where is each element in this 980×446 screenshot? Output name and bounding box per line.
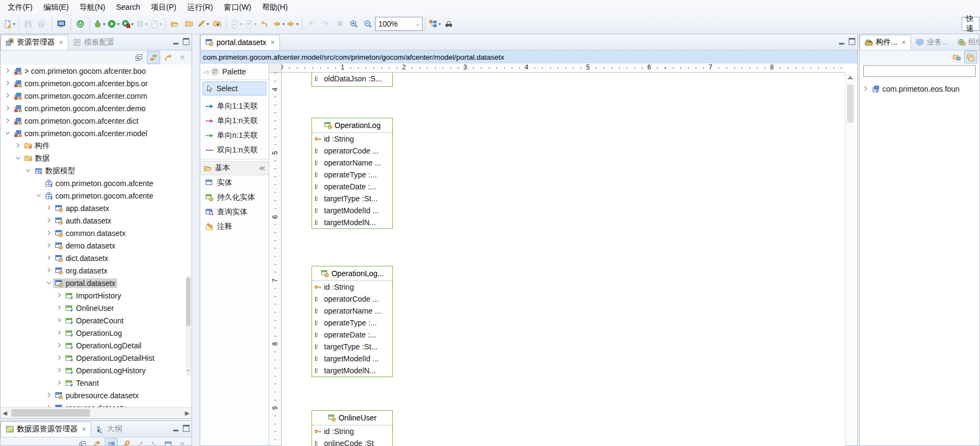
tree-item[interactable]: demo.datasetx	[1, 239, 192, 252]
chevron-down-icon[interactable]	[24, 167, 33, 175]
tree-item[interactable]: auth.datasetx	[1, 214, 192, 227]
menu-project[interactable]: 项目(P)	[145, 0, 182, 14]
palette-tool-entity[interactable]: 实体	[200, 175, 269, 190]
entity-field[interactable]: oldDataJson :S...	[312, 73, 392, 85]
chevron-right-icon[interactable]	[55, 316, 63, 324]
entity-field[interactable]: id :String	[312, 281, 392, 293]
scroll-up-icon[interactable]	[848, 76, 853, 79]
menu-edit[interactable]: 编辑(E)	[38, 0, 74, 14]
chevron-right-icon[interactable]	[45, 254, 53, 262]
palette-tool-note[interactable]: 注释	[200, 219, 269, 234]
tree-item[interactable]: ?数据	[1, 152, 192, 164]
palette-tool-relation[interactable]: 单向1:n关联	[200, 113, 269, 128]
collapse-all-button[interactable]	[77, 438, 88, 446]
search-binoculars-button[interactable]	[442, 17, 456, 31]
quick-access-button[interactable]: 快速	[962, 17, 980, 31]
entity-box[interactable]: oldDataJson :S...newDataJson :S...	[311, 73, 393, 87]
tab-resource-explorer[interactable]: 资源管理器 ✕	[1, 35, 68, 50]
view-menu-button[interactable]: ▽	[176, 438, 188, 446]
debug-button[interactable]: ▾	[92, 17, 106, 31]
collapse-palette-icon[interactable]: ◁	[203, 68, 208, 75]
chevron-right-icon[interactable]	[14, 142, 22, 150]
group-view-button[interactable]	[964, 50, 977, 63]
explorer-horizontal-scrollbar[interactable]: ◀ ▶	[1, 407, 192, 418]
chevron-right-icon[interactable]	[4, 67, 12, 75]
editor-vertical-scrollbar[interactable]	[845, 73, 855, 445]
zoom-out-button[interactable]	[361, 17, 375, 31]
run-button[interactable]: ▾	[106, 17, 120, 31]
breadcrumb[interactable]: com.primeton.gocom.afcenter.model/src/co…	[200, 50, 857, 64]
entity-field[interactable]: targetModelId ...	[312, 353, 392, 365]
view-menu-button[interactable]: ▽	[176, 52, 188, 63]
tree-vertical-scrollbar[interactable]	[186, 275, 191, 377]
pin-palette-icon[interactable]: ≪	[258, 164, 265, 172]
tab-template-config[interactable]: 模板配置	[68, 35, 119, 50]
tree-item[interactable]: ?com.primeton.eos.foun	[860, 82, 979, 95]
stop-button[interactable]: ▾	[135, 17, 149, 31]
scroll-right-icon[interactable]: ▶	[183, 409, 192, 417]
chevron-right-icon[interactable]	[4, 104, 12, 112]
entity-field[interactable]: operateType :...	[312, 317, 392, 329]
tree-item[interactable]: pubresource.datasetx	[1, 389, 192, 402]
save-all-button[interactable]	[35, 17, 49, 31]
save-button[interactable]	[21, 17, 35, 31]
tree-item[interactable]: com.primeton.gocom.afcenter.comm	[1, 90, 192, 102]
entity-field[interactable]: operateDate :...	[312, 329, 392, 341]
tree-item[interactable]: ?OperationLog	[1, 327, 192, 339]
entity-box[interactable]: OperationLogid :StringoperatorCode ...op…	[311, 118, 393, 229]
entity-box[interactable]: OperationLog...id :StringoperatorCode ..…	[311, 266, 393, 377]
maximize-icon[interactable]	[849, 38, 855, 45]
chevron-right-icon[interactable]	[55, 354, 63, 362]
tree-item[interactable]: ?OperateCount	[1, 314, 192, 327]
chevron-right-icon[interactable]	[45, 241, 53, 250]
chevron-right-icon[interactable]	[45, 204, 53, 212]
entity-field[interactable]: targetType :St...	[312, 193, 392, 205]
close-icon[interactable]: ✕	[81, 426, 86, 433]
palette-header[interactable]: ◁ Palette	[200, 64, 269, 80]
entity-field[interactable]: newDataJson :S...	[312, 85, 392, 87]
tree-item[interactable]: ?OperationLogDetailHist	[1, 352, 192, 364]
tree-item[interactable]: ?OperationLogHistory	[1, 364, 192, 377]
back-button[interactable]: ▾	[271, 17, 285, 31]
tab-business[interactable]: 业务...	[911, 35, 953, 50]
filter-button[interactable]	[120, 438, 132, 446]
close-icon[interactable]: ✕	[59, 39, 63, 46]
entity-field[interactable]: operatorName ...	[312, 157, 392, 169]
folder-go-button[interactable]	[210, 17, 224, 31]
tree-item[interactable]: ?构件	[1, 139, 192, 152]
back-curve-button[interactable]	[257, 17, 271, 31]
tree-item[interactable]: com.primeton.gocom.afcenter.model	[1, 127, 192, 139]
tree-item[interactable]: ?ImportHistory	[1, 289, 192, 302]
tree-item[interactable]: ?数据模型	[1, 164, 192, 177]
chevron-right-icon[interactable]	[55, 304, 63, 312]
delete-button[interactable]: ✖	[333, 17, 347, 31]
maximize-icon[interactable]	[183, 38, 189, 45]
entity-field[interactable]: targetModelN...	[312, 365, 392, 377]
undo-button[interactable]: ↶	[304, 17, 319, 31]
link-with-editor-button[interactable]	[147, 51, 160, 64]
link-with-editor-button[interactable]	[91, 438, 103, 446]
collapse-all-button[interactable]	[133, 52, 145, 63]
minimize-icon[interactable]	[173, 43, 179, 44]
menu-window[interactable]: 窗口(W)	[218, 0, 257, 14]
entity-field[interactable]: targetType :St...	[312, 341, 392, 353]
open-folder-button[interactable]	[168, 17, 182, 31]
skip-button[interactable]: ▾	[149, 17, 163, 31]
flat-view-button[interactable]	[951, 51, 963, 63]
entity-field[interactable]: operatorCode ...	[312, 145, 392, 157]
menu-run[interactable]: 运行(R)	[182, 0, 218, 14]
close-icon[interactable]: ✕	[270, 39, 275, 46]
tree-item[interactable]: ?OperationLogDetail	[1, 339, 192, 352]
tree-item[interactable]: common.datasetx	[1, 227, 192, 239]
chevron-down-icon[interactable]	[4, 129, 12, 137]
chevron-right-icon[interactable]	[4, 79, 12, 87]
tab-organization[interactable]: 组织...	[953, 35, 980, 50]
close-icon[interactable]: ✕	[901, 39, 906, 46]
connect-button[interactable]	[134, 438, 146, 446]
tree-item[interactable]: app.datasetx	[1, 202, 192, 214]
chevron-right-icon[interactable]	[4, 117, 12, 125]
entity-field[interactable]: operatorName ...	[312, 305, 392, 317]
menu-help[interactable]: 帮助(H)	[257, 0, 293, 14]
chevron-right-icon[interactable]	[45, 229, 53, 237]
tab-components[interactable]: 构件... ✕	[860, 35, 911, 50]
